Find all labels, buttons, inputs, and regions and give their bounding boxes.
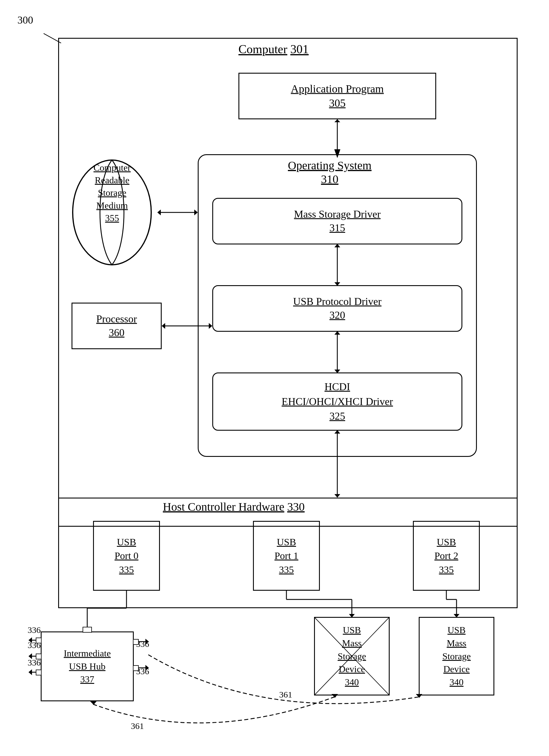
processor-number: 360 (109, 327, 125, 338)
upd-line1: USB Protocol Driver (293, 296, 381, 307)
port0-text: USB Port 0 335 (115, 535, 138, 577)
usb-mass-storage-2-box: USB Mass Storage Device 340 (419, 617, 494, 695)
port2-line2: Port 2 (434, 550, 458, 561)
hub-box: Intermediate USB Hub 337 (41, 631, 134, 701)
app-program-box: Application Program 305 (239, 73, 436, 119)
msd-number: 315 (329, 222, 345, 234)
hub-line2: USB Hub (69, 661, 105, 672)
os-number: 310 (321, 173, 338, 186)
msd-text: Mass Storage Driver 315 (294, 207, 381, 235)
crsm-label: Computer Readable Storage Medium 355 (69, 162, 155, 224)
computer-text: Computer (239, 42, 287, 56)
processor-text: Processor 360 (96, 312, 137, 340)
hcdi-line1: HCDI (324, 381, 350, 393)
hch-number: 330 (287, 500, 305, 513)
umsd2-line4: Device (443, 664, 470, 674)
hcdi-number: 325 (329, 410, 345, 422)
label-361-a: 361 (131, 721, 144, 731)
umsd1-line4: Device (339, 664, 365, 674)
label-336-e: 336 (136, 666, 149, 676)
app-program-text: Application Program 305 (291, 82, 384, 111)
umsd2-number: 340 (449, 677, 463, 687)
umsd1-number: 340 (345, 677, 359, 687)
hch-label: Host Controller Hardware 330 (163, 500, 305, 514)
usb-mass-storage-1-box: USB Mass Storage Device 340 (314, 617, 390, 695)
crsm-number: 355 (105, 213, 119, 223)
crsm-line1: Computer (94, 162, 131, 173)
os-text: Operating System (288, 159, 372, 172)
msd-line1: Mass Storage Driver (294, 208, 381, 220)
computer-label: Computer 301 (239, 42, 308, 56)
hcdi-text: HCDI EHCI/OHCI/XHCI Driver 325 (282, 379, 393, 423)
umsd2-line3: Storage (442, 651, 471, 661)
crsm-line3: Storage (98, 187, 127, 198)
hub-number: 337 (80, 674, 94, 684)
usb-port-1-box: USB Port 1 335 (253, 521, 320, 591)
hcdi-box: HCDI EHCI/OHCI/XHCI Driver 325 (212, 372, 462, 431)
umsd1-text: USB Mass Storage Device 340 (337, 624, 366, 689)
usb-protocol-driver-box: USB Protocol Driver 320 (212, 285, 462, 332)
label-336-c: 336 (28, 658, 41, 668)
usb-port-0-box: USB Port 0 335 (93, 521, 160, 591)
label-336-a: 336 (28, 625, 41, 635)
hub-line1: Intermediate (64, 648, 111, 659)
svg-marker-29 (29, 669, 32, 675)
umsd2-line2: Mass (447, 638, 466, 648)
port2-text: USB Port 2 335 (434, 535, 458, 577)
port2-number: 335 (439, 564, 454, 575)
port1-line2: Port 1 (274, 550, 298, 561)
upd-number: 320 (329, 309, 345, 321)
hch-text: Host Controller Hardware (163, 500, 284, 513)
hcdi-line2: EHCI/OHCI/XHCI Driver (282, 396, 393, 407)
port0-number: 335 (119, 564, 134, 575)
processor-box: Processor 360 (72, 303, 162, 349)
port1-line1: USB (277, 537, 296, 547)
port0-line2: Port 0 (115, 550, 138, 561)
hub-text: Intermediate USB Hub 337 (64, 647, 111, 686)
umsd1-line1: USB (343, 625, 361, 635)
umsd1-line2: Mass (342, 638, 362, 648)
umsd2-line1: USB (447, 625, 465, 635)
diagram-container: 300 Computer 301 Application Program 305… (0, 0, 549, 756)
label-336-d: 336 (136, 639, 149, 649)
crsm-line2: Readable (95, 175, 129, 185)
label-361-b: 361 (279, 690, 292, 700)
svg-marker-43 (90, 701, 97, 705)
port1-number: 335 (279, 564, 294, 575)
umsd2-text: USB Mass Storage Device 340 (442, 624, 471, 689)
mass-storage-driver-box: Mass Storage Driver 315 (212, 198, 462, 244)
computer-number: 301 (290, 42, 308, 56)
label-336-b: 336 (28, 640, 41, 650)
os-label: Operating System 310 (288, 159, 372, 186)
port0-line1: USB (117, 537, 136, 547)
fig-label: 300 (17, 14, 33, 26)
crsm-line4: Medium (96, 200, 128, 211)
app-program-line1: Application Program (291, 83, 384, 95)
app-program-number: 305 (329, 97, 346, 109)
processor-line1: Processor (96, 313, 137, 325)
upd-text: USB Protocol Driver 320 (293, 295, 381, 322)
port1-text: USB Port 1 335 (274, 535, 298, 577)
umsd1-line3: Storage (337, 651, 366, 661)
usb-port-2-box: USB Port 2 335 (413, 521, 480, 591)
port2-line1: USB (437, 537, 456, 547)
